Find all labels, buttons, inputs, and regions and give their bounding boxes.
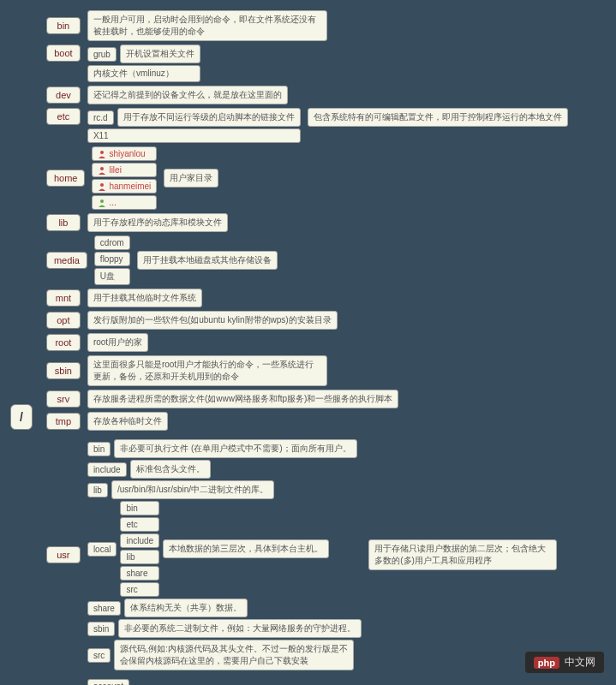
usr-sbin-desc: 非必要的系统二进制文件，例如：大量网络服务的守护进程。 (118, 619, 362, 638)
branch-opt: opt 发行版附加的一些软件包(如ubuntu kylin附带的wps)的安装目… (46, 311, 606, 330)
usr-sbin: sbin (87, 622, 115, 636)
desc-media: 用于挂载本地磁盘或其他存储设备 (137, 251, 278, 270)
desc-bin: 一般用户可用，启动时会用到的命令，即在文件系统还没有被挂载时，也能够使用的命令 (87, 10, 327, 41)
media-floppy: floppy (94, 252, 130, 266)
dir-bin: bin (46, 17, 81, 34)
usr-lib-desc: /usr/bin/和/usr/sbin/中二进制文件的库。 (111, 480, 274, 499)
desc-tmp: 存放各种临时文件 (87, 412, 168, 431)
usr-lib: lib (87, 483, 108, 497)
usr-local-sub: etc (120, 517, 159, 532)
usr-include: include (87, 462, 127, 477)
desc-dev: 还记得之前提到的设备文件么，就是放在这里面的 (87, 86, 288, 104)
usr-local-sub: include (120, 533, 159, 548)
branch-var: var account cache lib lock log run tmp s… (46, 679, 606, 685)
branch-boot: boot grub 开机设置相关文件 内核文件（vmlinuz） (46, 45, 606, 82)
dir-srv: srv (46, 390, 81, 408)
desc-opt: 发行版附加的一些软件包(如ubuntu kylin附带的wps)的安装目录 (87, 311, 338, 330)
home-user-1: shiyanlou (92, 146, 157, 161)
dir-lib: lib (46, 214, 81, 231)
desc-etc: 包含系统特有的可编辑配置文件，即用于控制程序运行的本地文件 (308, 108, 568, 127)
branch-usr: usr bin非必要可执行文件 (在单用户模式中不需要)；面向所有用户。 inc… (46, 439, 606, 670)
etc-x11: X11 (87, 128, 301, 143)
dir-opt: opt (46, 312, 81, 329)
media-cdrom: cdrom (94, 235, 130, 250)
usr-local-sub: lib (120, 550, 159, 564)
usr-include-desc: 标准包含头文件。 (130, 460, 211, 479)
usr-share-desc: 体系结构无关（共享）数据。 (124, 599, 248, 617)
dir-home: home (46, 170, 86, 187)
person-icon (98, 150, 106, 158)
var-sub: account (87, 679, 129, 685)
usr-local: local (87, 542, 117, 557)
dir-tmp: tmp (46, 413, 81, 430)
branch-tmp: tmp 存放各种临时文件 (46, 412, 606, 431)
person-icon (98, 166, 106, 175)
branch-bin: bin 一般用户可用，启动时会用到的命令，即在文件系统还没有被挂载时，也能够使用… (46, 10, 606, 41)
dir-root: root (46, 334, 81, 351)
usr-local-sub: src (120, 582, 159, 597)
branch-root: root root用户的家 (46, 333, 606, 352)
person-icon (98, 199, 106, 207)
desc-lib: 用于存放程序的动态库和模块文件 (87, 213, 228, 232)
home-user-2: lilei (92, 163, 157, 177)
usr-src: src (87, 648, 111, 663)
dir-usr: usr (46, 546, 81, 563)
branch-sbin: sbin 这里面很多只能是root用户才能执行的命令，一些系统进行更新，备份，还… (46, 355, 606, 386)
usr-share: share (87, 601, 121, 616)
watermark-logo: php (534, 657, 559, 669)
branch-lib: lib 用于存放程序的动态库和模块文件 (46, 213, 606, 232)
svg-point-1 (100, 167, 104, 170)
branch-home: home shiyanlou lilei hanmeimei ... 用户家目录 (46, 146, 606, 210)
desc-mnt: 用于挂载其他临时文件系统 (87, 289, 202, 307)
mindmap-root-row: / bin 一般用户可用，启动时会用到的命令，即在文件系统还没有被挂载时，也能够… (10, 10, 606, 685)
svg-point-0 (100, 151, 104, 154)
boot-vmlinuz: 内核文件（vmlinuz） (87, 65, 200, 82)
desc-sbin: 这里面很多只能是root用户才能执行的命令，一些系统进行更新，备份，还原和开关机… (87, 355, 327, 386)
desc-usr: 用于存储只读用户数据的第二层次；包含绝大多数的(多)用户工具和应用程序 (368, 539, 557, 570)
desc-root: root用户的家 (87, 333, 148, 352)
var-subs: account cache lib lock log run tmp spool… (87, 679, 129, 685)
usr-bin-desc: 非必要可执行文件 (在单用户模式中不需要)；面向所有用户。 (114, 439, 356, 458)
usr-local-subs: bin etc include lib share src (120, 501, 159, 597)
person-icon (98, 182, 106, 191)
branch-mnt: mnt 用于挂载其他临时文件系统 (46, 289, 606, 307)
children-column: bin 一般用户可用，启动时会用到的命令，即在文件系统还没有被挂载时，也能够使用… (46, 10, 606, 685)
usr-local-desc: 本地数据的第三层次，具体到本台主机。 (163, 539, 329, 558)
usr-local-sub: bin (120, 501, 159, 515)
desc-srv: 存放服务进程所需的数据文件(如www网络服务和ftp服务)和一些服务的执行脚本 (87, 390, 398, 408)
branch-srv: srv 存放服务进程所需的数据文件(如www网络服务和ftp服务)和一些服务的执… (46, 390, 606, 408)
usr-src-desc: 源代码,例如:内核源代码及其头文件。不过一般的发行版是不会保留内核源码在这里的，… (114, 640, 354, 670)
branch-etc: etc rc.d 用于存放不同运行等级的启动脚本的链接文件 X11 包含系统特有… (46, 108, 606, 143)
branch-media: media cdrom floppy U盘 用于挂载本地磁盘或其他存储设备 (46, 235, 606, 285)
dir-sbin: sbin (46, 362, 81, 379)
media-usb: U盘 (94, 268, 130, 285)
dir-mnt: mnt (46, 289, 81, 307)
boot-grub: grub (87, 47, 117, 62)
boot-grub-desc: 开机设置相关文件 (120, 45, 200, 63)
dir-media: media (46, 252, 87, 269)
usr-local-sub: share (120, 566, 159, 581)
dir-dev: dev (46, 86, 81, 104)
dir-boot: boot (46, 45, 81, 62)
svg-point-2 (100, 183, 104, 187)
watermark-text: 中文网 (565, 655, 595, 670)
desc-home: 用户家目录 (164, 169, 218, 188)
svg-point-3 (100, 200, 104, 203)
etc-rcd: rc.d (87, 110, 114, 125)
home-user-4: ... (92, 195, 157, 210)
root-node: / (10, 404, 33, 430)
branch-dev: dev 还记得之前提到的设备文件么，就是放在这里面的 (46, 86, 606, 104)
etc-rcd-desc: 用于存放不同运行等级的启动脚本的链接文件 (117, 108, 301, 127)
home-user-3: hanmeimei (92, 179, 157, 194)
dir-etc: etc (46, 108, 81, 125)
watermark: php 中文网 (525, 652, 604, 673)
usr-bin: bin (87, 442, 111, 456)
